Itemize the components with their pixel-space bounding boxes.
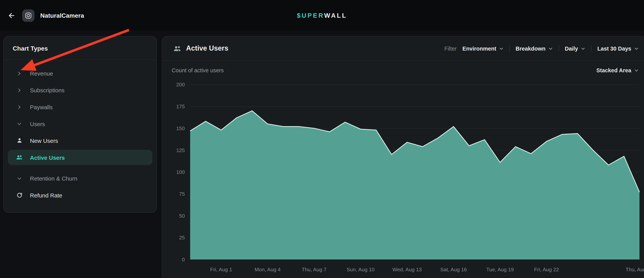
chart-type-dropdown-value: Stacked Area bbox=[596, 67, 631, 73]
sidebar-item-label: Active Users bbox=[30, 154, 65, 161]
svg-text:Thu, Aug 7: Thu, Aug 7 bbox=[302, 267, 326, 273]
separator bbox=[558, 45, 559, 52]
chevron-right-icon bbox=[16, 70, 22, 76]
sidebar-item-active-users[interactable]: Active Users bbox=[8, 150, 152, 165]
svg-text:125: 125 bbox=[176, 147, 185, 153]
filter-bar: Filter Environment Breakdown Daily La bbox=[444, 36, 638, 60]
filter-label: Filter bbox=[444, 45, 457, 51]
chart-types-nav: Revenue Subscriptions Paywalls Users New… bbox=[4, 60, 156, 204]
svg-text:Fri, Aug 22: Fri, Aug 22 bbox=[534, 267, 559, 273]
chart-subheader: Count of active users Stacked Area bbox=[162, 61, 644, 80]
app-root: NaturalCamera $UPERWALL Chart Types Reve… bbox=[0, 0, 644, 278]
sidebar-title: Chart Types bbox=[4, 36, 156, 60]
svg-text:Fri, Aug 1: Fri, Aug 1 bbox=[210, 267, 232, 273]
svg-text:Mon, Aug 4: Mon, Aug 4 bbox=[255, 267, 281, 273]
main-header: Active Users Filter Environment Breakdow… bbox=[162, 36, 644, 60]
svg-text:Wed, Aug 13: Wed, Aug 13 bbox=[392, 267, 422, 273]
refresh-icon bbox=[16, 192, 22, 198]
environment-dropdown[interactable]: Environment bbox=[462, 45, 504, 51]
svg-text:50: 50 bbox=[179, 213, 185, 219]
camera-icon bbox=[24, 11, 32, 20]
svg-text:0: 0 bbox=[182, 257, 185, 263]
interval-dropdown[interactable]: Daily bbox=[565, 45, 585, 51]
sidebar-item-refund-rate[interactable]: Refund Rate bbox=[4, 187, 156, 204]
back-button[interactable] bbox=[4, 8, 19, 23]
sidebar-item-label: Revenue bbox=[30, 70, 53, 76]
date-range-dropdown-value: Last 30 Days bbox=[598, 45, 631, 51]
svg-text:175: 175 bbox=[176, 104, 185, 109]
interval-dropdown-value: Daily bbox=[565, 45, 578, 51]
chevron-down-icon bbox=[581, 46, 585, 50]
users-icon bbox=[16, 154, 22, 161]
svg-text:150: 150 bbox=[176, 126, 185, 131]
brand-accent: $UPER bbox=[297, 12, 324, 19]
separator bbox=[509, 45, 510, 52]
sidebar-item-paywalls[interactable]: Paywalls bbox=[4, 98, 156, 115]
chevron-down-icon bbox=[634, 68, 638, 72]
page-title: Active Users bbox=[186, 44, 228, 53]
chevron-down-icon bbox=[16, 175, 22, 182]
svg-text:Sat, Aug 16: Sat, Aug 16 bbox=[440, 267, 467, 273]
brand-rest: WALL bbox=[324, 12, 347, 19]
sidebar-item-retention-churn[interactable]: Retention & Churn bbox=[4, 170, 156, 187]
breakdown-dropdown[interactable]: Breakdown bbox=[516, 45, 553, 51]
sidebar-item-label: New Users bbox=[30, 137, 58, 144]
separator bbox=[591, 45, 592, 52]
app-icon bbox=[22, 9, 34, 21]
svg-text:100: 100 bbox=[176, 169, 185, 175]
user-icon bbox=[16, 137, 22, 144]
sidebar-item-label: Users bbox=[30, 121, 45, 127]
chevron-right-icon bbox=[16, 87, 22, 93]
chart-types-panel: Chart Types Revenue Subscriptions Paywal… bbox=[3, 36, 157, 213]
chevron-down-icon bbox=[499, 46, 504, 50]
sidebar-item-label: Subscriptions bbox=[30, 87, 64, 93]
sidebar-item-new-users[interactable]: New Users bbox=[4, 132, 156, 149]
users-icon bbox=[173, 45, 181, 52]
date-range-dropdown[interactable]: Last 30 Days bbox=[598, 45, 639, 51]
brand-logo: $UPERWALL bbox=[297, 12, 347, 19]
chevron-down-icon bbox=[634, 46, 638, 50]
svg-text:25: 25 bbox=[179, 235, 185, 241]
chart-type-dropdown[interactable]: Stacked Area bbox=[596, 67, 638, 73]
svg-text:Thu, Aug 28: Thu, Aug 28 bbox=[626, 267, 644, 273]
chevron-down-icon bbox=[16, 121, 22, 127]
breakdown-dropdown-value: Breakdown bbox=[516, 45, 545, 51]
environment-dropdown-value: Environment bbox=[462, 45, 496, 51]
sidebar-item-label: Paywalls bbox=[30, 104, 53, 110]
chart-subtitle: Count of active users bbox=[172, 67, 224, 73]
sidebar-item-users[interactable]: Users bbox=[4, 115, 156, 132]
svg-text:Sun, Aug 10: Sun, Aug 10 bbox=[346, 267, 374, 273]
sidebar-item-label: Retention & Churn bbox=[30, 175, 77, 182]
active-users-panel: Active Users Filter Environment Breakdow… bbox=[162, 36, 644, 278]
sidebar-item-revenue[interactable]: Revenue bbox=[4, 65, 156, 82]
chevron-right-icon bbox=[16, 104, 22, 110]
svg-text:200: 200 bbox=[176, 82, 185, 87]
svg-text:75: 75 bbox=[179, 191, 185, 197]
topbar: NaturalCamera $UPERWALL bbox=[0, 0, 644, 31]
chevron-down-icon bbox=[548, 46, 553, 50]
arrow-left-icon bbox=[7, 11, 16, 20]
svg-text:Tue, Aug 19: Tue, Aug 19 bbox=[486, 267, 514, 273]
sidebar-item-subscriptions[interactable]: Subscriptions bbox=[4, 82, 156, 99]
app-name: NaturalCamera bbox=[40, 12, 84, 19]
sidebar-item-label: Refund Rate bbox=[30, 192, 62, 198]
